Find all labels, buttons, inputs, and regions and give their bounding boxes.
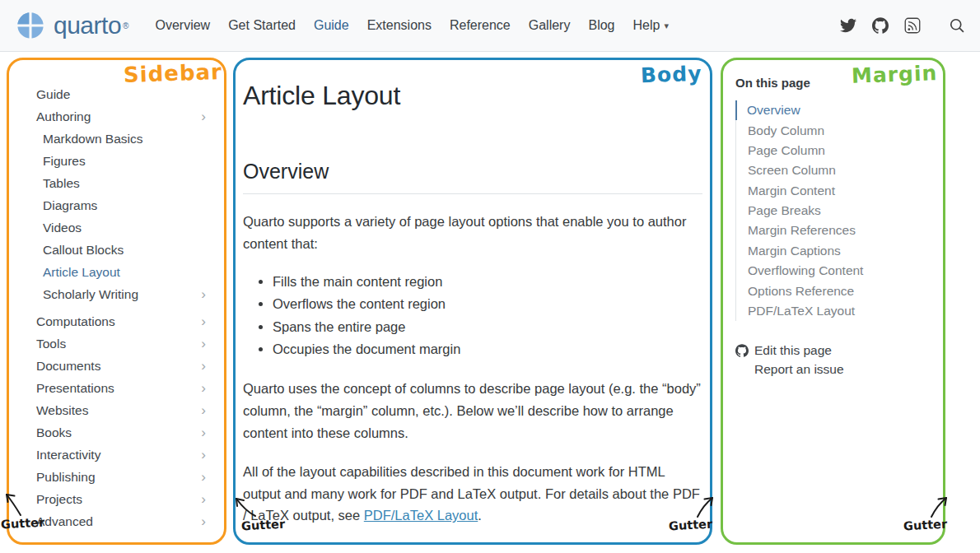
gutter-label: Gutter <box>903 518 948 533</box>
toc-item-overview[interactable]: Overview <box>735 100 932 120</box>
sidebar-item-websites[interactable]: Websites› <box>36 399 208 421</box>
sidebar-item-diagrams[interactable]: Diagrams <box>36 194 208 216</box>
toc-actions: Edit this page Report an issue <box>735 341 931 379</box>
chevron-right-icon: › <box>201 336 208 352</box>
toc-item-page-column[interactable]: Page Column <box>736 141 931 160</box>
page-title: Article Layout <box>243 81 702 111</box>
sidebar-item-interactivity[interactable]: Interactivity› <box>36 444 208 466</box>
chevron-right-icon: › <box>201 109 208 125</box>
list-item: Spans the entire page <box>273 316 702 339</box>
section-heading-overview: Overview <box>243 160 702 194</box>
top-navbar: quarto ® Overview Get Started Guide Exte… <box>0 0 980 52</box>
quarto-logo-icon <box>15 10 46 41</box>
nav-link-get-started[interactable]: Get Started <box>228 18 296 33</box>
quarto-logo[interactable]: quarto ® <box>15 10 128 41</box>
sidebar-item-guide[interactable]: Guide <box>36 83 208 105</box>
registered-mark: ® <box>123 21 128 30</box>
chevron-right-icon: › <box>201 314 208 330</box>
sidebar-item-authoring[interactable]: Authoring› <box>36 105 208 128</box>
toc-item-page-breaks[interactable]: Page Breaks <box>736 201 931 221</box>
main-nav: Overview Get Started Guide Extensions Re… <box>155 18 668 33</box>
toc-item-body-column[interactable]: Body Column <box>736 120 931 140</box>
chevron-right-icon: › <box>201 286 208 303</box>
chevron-right-icon: › <box>201 491 208 508</box>
layout-options-list: Fills the main content region Overflows … <box>243 271 702 361</box>
sidebar-item-figures[interactable]: Figures <box>36 150 208 172</box>
gutter-label: Gutter <box>669 518 713 533</box>
sidebar-item-tools[interactable]: Tools› <box>36 332 208 355</box>
nav-link-reference[interactable]: Reference <box>450 18 511 33</box>
chevron-right-icon: › <box>201 469 208 486</box>
sidebar-item-callout-blocks[interactable]: Callout Blocks <box>36 239 208 261</box>
article-content: Article Layout Overview Quarto supports … <box>243 58 702 527</box>
list-item: Occupies the document margin <box>273 338 702 361</box>
toc-heading: On this page <box>735 76 931 90</box>
caret-down-icon: ▾ <box>664 21 669 31</box>
sidebar-item-projects[interactable]: Projects› <box>36 488 208 510</box>
toc-item-screen-column[interactable]: Screen Column <box>736 160 931 180</box>
sidebar-item-videos[interactable]: Videos <box>36 216 208 239</box>
sidebar-item-markdown-basics[interactable]: Markdown Basics <box>36 128 208 150</box>
edit-this-page-link[interactable]: Edit this page <box>735 341 931 360</box>
paragraph: All of the layout capabilities described… <box>243 461 702 527</box>
rss-icon[interactable] <box>904 17 921 34</box>
chevron-right-icon: › <box>201 447 208 463</box>
toc-item-pdf-latex-layout[interactable]: PDF/LaTeX Layout <box>736 301 931 321</box>
paragraph: Quarto supports a variety of page layout… <box>243 211 702 255</box>
twitter-icon[interactable] <box>840 17 856 34</box>
sidebar-item-computations[interactable]: Computations› <box>36 310 208 332</box>
toc-item-margin-references[interactable]: Margin References <box>736 221 931 240</box>
list-item: Fills the main content region <box>273 271 702 294</box>
gutter-arrow <box>233 493 258 521</box>
chevron-right-icon: › <box>201 380 208 397</box>
brand-name: quarto <box>54 12 121 40</box>
toc-list: Overview Body Column Page Column Screen … <box>735 100 931 321</box>
nav-link-extensions[interactable]: Extensions <box>367 18 432 33</box>
report-an-issue-link[interactable]: Report an issue <box>735 360 931 379</box>
github-icon <box>735 344 749 357</box>
chevron-right-icon: › <box>201 402 208 419</box>
sidebar-item-books[interactable]: Books› <box>36 421 208 444</box>
gutter-label: Gutter <box>1 516 45 532</box>
toc-item-options-reference[interactable]: Options Reference <box>736 281 931 300</box>
nav-link-help[interactable]: Help▾ <box>632 18 668 33</box>
toc-item-margin-captions[interactable]: Margin Captions <box>736 241 931 261</box>
sidebar-item-advanced[interactable]: Advanced› <box>36 510 208 532</box>
toc-item-overflowing-content[interactable]: Overflowing Content <box>736 261 931 281</box>
chevron-right-icon: › <box>201 358 208 374</box>
doc-sidebar: Guide Authoring› Markdown Basics Figures… <box>36 83 208 532</box>
sidebar-item-article-layout[interactable]: Article Layout <box>36 261 208 283</box>
nav-link-guide[interactable]: Guide <box>314 18 349 33</box>
github-icon[interactable] <box>872 17 889 34</box>
list-item: Overflows the content region <box>273 293 702 316</box>
pdf-latex-layout-link[interactable]: PDF/LaTeX Layout <box>364 508 478 523</box>
chevron-right-icon: › <box>201 514 208 530</box>
chevron-right-icon: › <box>201 425 208 441</box>
sidebar-item-tables[interactable]: Tables <box>36 172 208 194</box>
search-icon[interactable] <box>949 17 965 34</box>
nav-link-blog[interactable]: Blog <box>588 18 614 33</box>
sidebar-item-scholarly-writing[interactable]: Scholarly Writing› <box>36 283 208 305</box>
gutter-arrow <box>2 490 24 520</box>
navbar-icon-group <box>840 17 965 34</box>
paragraph: Quarto uses the concept of columns to de… <box>243 378 702 444</box>
on-this-page-toc: On this page Overview Body Column Page C… <box>735 76 931 379</box>
gutter-label: Gutter <box>241 518 286 533</box>
toc-item-margin-content[interactable]: Margin Content <box>736 181 931 201</box>
sidebar-item-publishing[interactable]: Publishing› <box>36 466 208 488</box>
nav-link-overview[interactable]: Overview <box>155 18 210 33</box>
sidebar-item-presentations[interactable]: Presentations› <box>36 377 208 399</box>
sidebar-item-documents[interactable]: Documents› <box>36 355 208 377</box>
nav-link-gallery[interactable]: Gallery <box>529 18 571 33</box>
